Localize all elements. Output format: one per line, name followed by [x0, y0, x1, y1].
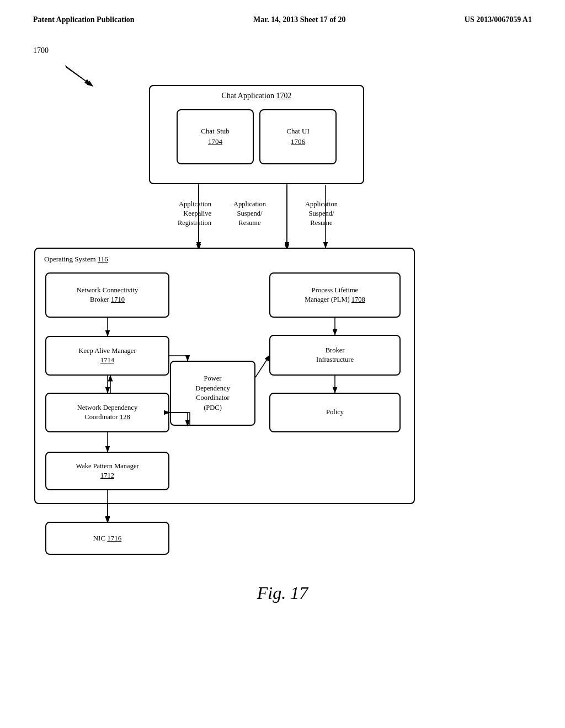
policy-label: Policy	[326, 408, 344, 417]
chat-application-label: Chat Application 1702	[222, 90, 292, 101]
wake-pattern-manager-label: Wake Pattern Manager1712	[76, 462, 138, 481]
network-dependency-coordinator-label: Network DependencyCoordinator 128	[77, 403, 137, 422]
app-suspend-resume-2-caption: ApplicationSuspend/Resume	[290, 200, 353, 228]
broker-infrastructure-label: BrokerInfrastructure	[316, 346, 354, 365]
app-keepalive-caption: ApplicationKeepaliveRegistration	[140, 200, 211, 228]
svg-line-23	[65, 66, 93, 86]
operating-system-label: Operating System 116	[44, 254, 108, 264]
chat-stub-box: Chat Stub1704	[177, 109, 254, 164]
chat-ui-box: Chat UI1706	[259, 109, 337, 164]
svg-line-2	[66, 67, 91, 85]
broker-infrastructure-box: BrokerInfrastructure	[269, 335, 401, 376]
ref-1700-label: 1700	[33, 46, 49, 55]
figure-label: Fig. 17	[257, 583, 308, 603]
process-lifetime-manager-box: Process LifetimeManager (PLM) 1708	[269, 272, 401, 318]
power-dependency-coordinator-label: PowerDependencyCoordinator(PDC)	[195, 374, 230, 413]
network-dependency-coordinator-box: Network DependencyCoordinator 128	[45, 393, 169, 432]
network-connectivity-broker-label: Network ConnectivityBroker 1710	[77, 286, 138, 305]
nic-box: NIC 1716	[45, 522, 169, 555]
page-header: Patent Application Publication Mar. 14, …	[0, 0, 565, 24]
diagram-area: 1700 Chat Application 1702 Chat Stub1704…	[0, 35, 565, 614]
header-left: Patent Application Publication	[33, 15, 135, 24]
process-lifetime-manager-label: Process LifetimeManager (PLM) 1708	[305, 286, 365, 305]
header-center: Mar. 14, 2013 Sheet 17 of 20	[253, 15, 345, 24]
header-right: US 2013/0067059 A1	[465, 15, 532, 24]
power-dependency-coordinator-box: PowerDependencyCoordinator(PDC)	[170, 361, 255, 426]
wake-pattern-manager-box: Wake Pattern Manager1712	[45, 452, 169, 490]
policy-box: Policy	[269, 393, 401, 432]
keep-alive-manager-box: Keep Alive Manager1714	[45, 336, 169, 376]
keep-alive-manager-label: Keep Alive Manager1714	[78, 346, 136, 366]
chat-ui-label: Chat UI1706	[286, 126, 310, 146]
nic-label: NIC 1716	[93, 533, 122, 543]
network-connectivity-broker-box: Network ConnectivityBroker 1710	[45, 272, 169, 318]
app-suspend-resume-1-caption: ApplicationSuspend/Resume	[218, 200, 281, 228]
chat-stub-label: Chat Stub1704	[201, 126, 230, 146]
chat-application-box: Chat Application 1702 Chat Stub1704 Chat…	[149, 85, 364, 184]
